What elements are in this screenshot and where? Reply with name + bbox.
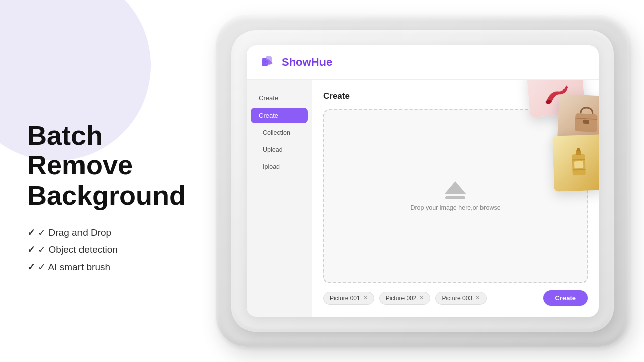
file-tag-1[interactable]: Picture 001 ✕	[323, 292, 374, 305]
drop-text: Drop your image here,or browse	[410, 204, 500, 211]
app-body: Create Create Collection Upload Ipload	[247, 80, 599, 317]
left-panel: Batch Remove Background ✓ Drag and Drop …	[27, 121, 186, 276]
file-tag-2-label: Picture 002	[386, 295, 417, 302]
file-tag-1-label: Picture 001	[330, 295, 360, 302]
upload-arrow-icon	[444, 181, 466, 194]
file-tag-3[interactable]: Picture 003 ✕	[435, 292, 487, 305]
section-title: Create	[323, 91, 588, 101]
logo-text: ShowHue	[282, 56, 332, 69]
sidebar: Create Create Collection Upload Ipload	[247, 80, 312, 317]
bottom-bar: Picture 001 ✕ Picture 002 ✕ Picture 003 …	[323, 290, 588, 306]
sidebar-item-ipload[interactable]: Ipload	[251, 159, 308, 174]
feature-item-object: ✓ Object detection	[27, 241, 186, 258]
file-tag-3-label: Picture 003	[442, 295, 472, 302]
feature-list: ✓ Drag and Drop ✓ Object detection ✓ AI …	[27, 224, 186, 276]
app-window: ShowHue Create Create Collection U	[247, 45, 599, 317]
feature-item-drag: ✓ Drag and Drop	[27, 224, 186, 241]
logo-icon	[261, 54, 277, 70]
sidebar-item-create-active[interactable]: Create	[251, 108, 308, 123]
feature-item-ai: ✓ AI smart brush	[27, 259, 186, 276]
file-tag-2-close[interactable]: ✕	[419, 295, 424, 301]
file-tag-1-close[interactable]: ✕	[363, 295, 368, 301]
device-frame: ShowHue Create Create Collection U	[216, 15, 629, 347]
app-header: ShowHue	[247, 45, 599, 80]
drop-zone[interactable]: Drop your image here,or browse	[323, 109, 588, 283]
device-inner: ShowHue Create Create Collection U	[231, 30, 614, 332]
main-content: Create Drop your image here,or browse Pi…	[312, 80, 599, 317]
sidebar-item-upload[interactable]: Upload	[251, 142, 308, 157]
file-tag-2[interactable]: Picture 002 ✕	[379, 292, 431, 305]
file-tag-3-close[interactable]: ✕	[475, 295, 480, 301]
upload-base-icon	[445, 196, 465, 199]
sidebar-item-create-parent[interactable]: Create	[251, 90, 308, 106]
create-button[interactable]: Create	[543, 290, 588, 306]
sidebar-item-collection[interactable]: Collection	[251, 125, 308, 140]
main-title: Batch Remove Background	[27, 121, 186, 210]
